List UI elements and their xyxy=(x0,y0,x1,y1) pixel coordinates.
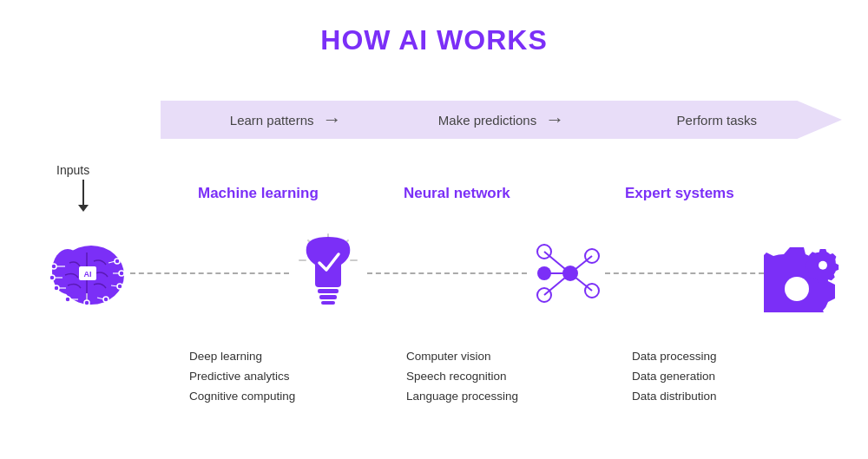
section-title-es: Expert systems xyxy=(625,185,734,202)
neural-icon xyxy=(527,234,605,312)
svg-point-5 xyxy=(49,275,55,280)
arrow-label-learn: Learn patterns → xyxy=(178,108,393,131)
es-sub-labels: Data processing Data generation Data dis… xyxy=(632,347,717,407)
svg-rect-30 xyxy=(319,295,337,299)
svg-text:AI: AI xyxy=(84,270,92,279)
icons-row: AI xyxy=(43,230,842,317)
svg-rect-31 xyxy=(321,301,335,305)
arrow-label-predict: Make predictions → xyxy=(393,108,608,131)
nn-sub-labels: Computer vision Speech recognition Langu… xyxy=(406,347,518,407)
section-title-nn: Neural network xyxy=(404,185,510,202)
inputs-arrow xyxy=(82,180,84,206)
page-title: HOW AI WORKS xyxy=(0,0,868,56)
svg-point-4 xyxy=(51,264,56,269)
section-title-ml: Machine learning xyxy=(198,185,319,202)
inputs-label: Inputs xyxy=(56,163,89,177)
svg-point-8 xyxy=(84,300,89,305)
brain-icon: AI xyxy=(43,230,130,317)
connector-bulb-neural xyxy=(367,272,526,274)
svg-point-40 xyxy=(562,266,578,281)
connector-brain-bulb xyxy=(130,272,289,274)
arrow-banner: Learn patterns → Make predictions → Perf… xyxy=(161,95,842,144)
ml-sub-labels: Deep learning Predictive analytics Cogni… xyxy=(189,347,295,407)
svg-rect-29 xyxy=(318,289,339,293)
connector-neural-gear xyxy=(605,272,764,274)
svg-point-44 xyxy=(819,261,827,270)
bulb-icon xyxy=(289,230,367,317)
svg-point-38 xyxy=(537,266,551,280)
svg-point-43 xyxy=(785,277,809,301)
arrow-label-perform: Perform tasks xyxy=(609,113,825,128)
gear-icon xyxy=(764,234,842,312)
